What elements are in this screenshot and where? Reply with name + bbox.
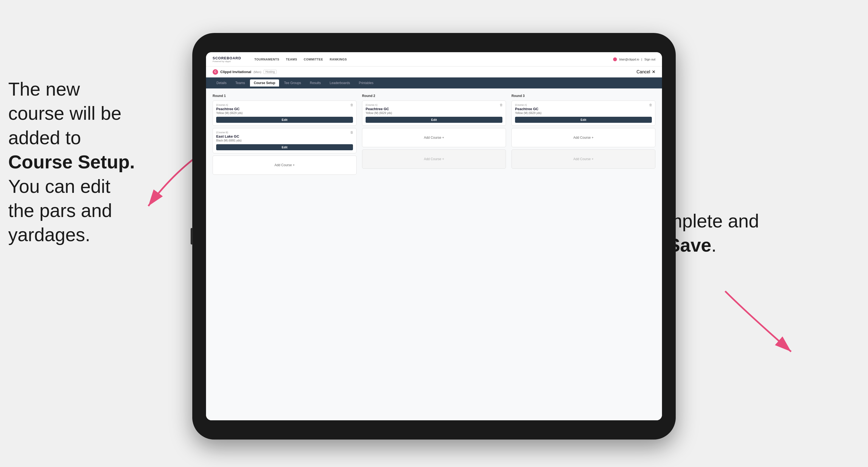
round1-course-b-delete-icon[interactable]: 🗑 (350, 130, 353, 134)
round-2-column: Round 2 🗑 (Course A) Peachtree GC Yellow… (362, 94, 506, 415)
round1-add-course-label: Add Course + (274, 163, 295, 167)
tablet-frame: SCOREBOARD Powered by clippd TOURNAMENTS… (192, 33, 676, 439)
nav-left: SCOREBOARD Powered by clippd TOURNAMENTS… (213, 56, 347, 63)
cancel-icon: ✕ (652, 69, 655, 74)
nav-item-rankings[interactable]: RANKINGS (330, 57, 347, 62)
round3-course-a-delete-icon[interactable]: 🗑 (649, 103, 652, 107)
round1-course-b-label: (Course B) (216, 131, 353, 134)
round-3-column: Round 3 🗑 (Course A) Peachtree GC Yellow… (512, 94, 655, 415)
round2-add-course-button[interactable]: Add Course + (362, 128, 506, 147)
round-2-title: Round 2 (362, 94, 506, 98)
round3-add-course-label: Add Course + (573, 136, 594, 139)
tab-leaderboards[interactable]: Leaderboards (326, 80, 354, 87)
tab-details[interactable]: Details (213, 80, 230, 87)
left-text-bold: Course Setup. (8, 151, 135, 172)
tab-teams[interactable]: Teams (231, 80, 249, 87)
logo-title: SCOREBOARD (213, 56, 241, 60)
round2-add-course-disabled-label: Add Course + (424, 157, 444, 161)
round-1-column: Round 1 🗑 (Course A) Peachtree GC Yellow… (213, 94, 356, 415)
left-text-line7: yardages. (8, 224, 90, 245)
top-nav: SCOREBOARD Powered by clippd TOURNAMENTS… (206, 52, 662, 66)
sub-header: C Clippd Invitational (Men) Hosting Canc… (206, 66, 662, 77)
tab-tee-groups[interactable]: Tee Groups (280, 80, 305, 87)
round3-course-a-card: 🗑 (Course A) Peachtree GC Yellow (M) (66… (512, 100, 655, 126)
nav-right: blair@clippd.io | Sign out (613, 57, 655, 61)
sign-out-link[interactable]: Sign out (644, 58, 655, 61)
round1-course-a-name: Peachtree GC (216, 107, 353, 111)
nav-item-tournaments[interactable]: TOURNAMENTS (254, 57, 279, 62)
round2-course-a-label: (Course A) (366, 103, 502, 106)
tournament-name: Clippd Invitational (220, 70, 251, 74)
round2-course-a-delete-icon[interactable]: 🗑 (500, 103, 503, 107)
round1-course-b-edit-button[interactable]: Edit (216, 144, 353, 150)
left-text-line5: You can edit (8, 176, 111, 197)
left-text-line6: the pars and (8, 200, 112, 221)
scoreboard-logo: SCOREBOARD Powered by clippd (213, 56, 241, 63)
round3-course-a-edit-button[interactable]: Edit (515, 117, 652, 123)
round3-course-a-details: Yellow (M) (6629 yds) (515, 112, 652, 115)
tablet-screen: SCOREBOARD Powered by clippd TOURNAMENTS… (206, 52, 662, 420)
left-text-line1: The new (8, 79, 80, 99)
tournament-info: C Clippd Invitational (Men) Hosting (213, 69, 277, 75)
main-content: Round 1 🗑 (Course A) Peachtree GC Yellow… (206, 89, 662, 420)
cancel-label: Cancel (637, 69, 650, 74)
tab-results[interactable]: Results (306, 80, 325, 87)
round2-add-course-disabled: Add Course + (362, 150, 506, 169)
round1-course-a-details: Yellow (M) (6629 yds) (216, 112, 353, 115)
round3-course-a-name: Peachtree GC (515, 107, 652, 111)
cancel-button[interactable]: Cancel ✕ (637, 69, 655, 74)
clippd-logo-icon: C (213, 69, 218, 75)
round2-course-a-details: Yellow (M) (6629 yds) (366, 112, 502, 115)
nav-items: TOURNAMENTS TEAMS COMMITTEE RANKINGS (254, 57, 347, 62)
round2-add-course-label: Add Course + (424, 136, 444, 139)
round1-course-a-edit-button[interactable]: Edit (216, 117, 353, 123)
round1-course-b-details: Black (M) (6891 yds) (216, 139, 353, 142)
round1-add-course-button[interactable]: Add Course + (213, 155, 356, 175)
tab-course-setup[interactable]: Course Setup (250, 80, 279, 87)
round3-add-course-button[interactable]: Add Course + (512, 128, 655, 147)
round1-course-a-label: (Course A) (216, 103, 353, 106)
nav-item-committee[interactable]: COMMITTEE (304, 57, 323, 62)
hosting-badge: Hosting (264, 70, 277, 74)
nav-separator: | (641, 58, 642, 61)
round1-course-b-card: 🗑 (Course B) East Lake GC Black (M) (689… (213, 128, 356, 153)
round2-course-a-edit-button[interactable]: Edit (366, 117, 502, 123)
round3-course-a-label: (Course A) (515, 103, 652, 106)
round2-course-a-card: 🗑 (Course A) Peachtree GC Yellow (M) (66… (362, 100, 506, 126)
left-text-line3: added to (8, 127, 81, 148)
round-1-title: Round 1 (213, 94, 356, 98)
round1-course-b-name: East Lake GC (216, 134, 353, 138)
right-text-end: . (711, 235, 717, 255)
round2-course-a-name: Peachtree GC (366, 107, 502, 111)
nav-item-teams[interactable]: TEAMS (286, 57, 297, 62)
tab-bar: Details Teams Course Setup Tee Groups Re… (206, 77, 662, 89)
logo-sub: Powered by clippd (213, 60, 241, 63)
tablet-side-button (191, 228, 193, 245)
user-email: blair@clippd.io (619, 58, 639, 61)
round3-add-course-disabled: Add Course + (512, 150, 655, 169)
round1-course-a-card: 🗑 (Course A) Peachtree GC Yellow (M) (66… (213, 100, 356, 126)
rounds-grid: Round 1 🗑 (Course A) Peachtree GC Yellow… (213, 94, 655, 415)
user-avatar-dot (613, 57, 617, 61)
round3-add-course-disabled-label: Add Course + (573, 157, 594, 161)
left-text-line2: course will be (8, 103, 121, 124)
tab-printables[interactable]: Printables (355, 80, 377, 87)
round1-course-a-delete-icon[interactable]: 🗑 (350, 103, 353, 107)
tournament-gender: (Men) (253, 70, 261, 73)
round-3-title: Round 3 (512, 94, 655, 98)
right-arrow (720, 286, 813, 363)
